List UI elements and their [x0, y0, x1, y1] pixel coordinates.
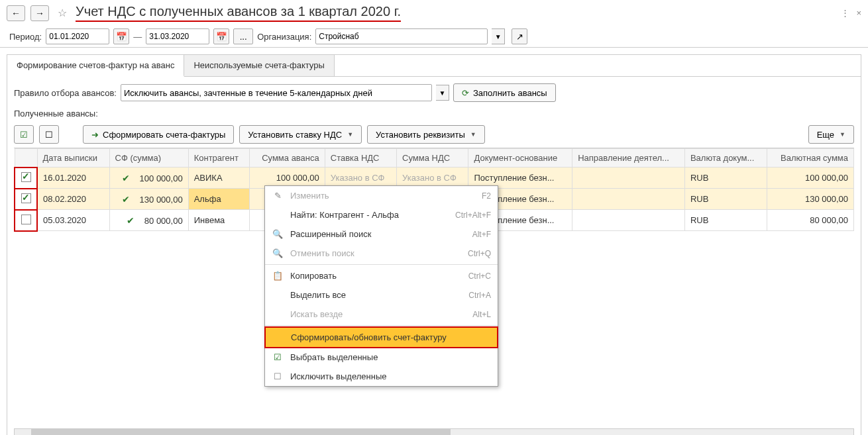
- date-to-input[interactable]: [146, 28, 209, 44]
- arrow-right-icon: ➜: [91, 130, 99, 140]
- dropdown-icon[interactable]: ▼: [492, 28, 505, 44]
- open-org-button[interactable]: ↗: [512, 28, 527, 44]
- more-button[interactable]: Еще▼: [808, 125, 854, 144]
- rules-select[interactable]: [121, 84, 432, 101]
- col-advance[interactable]: Сумма аванса: [250, 149, 325, 168]
- cell-date: 16.01.2020: [37, 168, 109, 189]
- uncheck-icon: ☐: [272, 371, 284, 381]
- more-icon[interactable]: ⋮: [841, 8, 849, 18]
- favorite-icon[interactable]: ☆: [54, 5, 70, 21]
- calendar-icon[interactable]: 📅: [113, 28, 129, 44]
- cell-date: 05.03.2020: [37, 210, 109, 231]
- cell-currency: RUB: [684, 210, 767, 231]
- period-picker-button[interactable]: ...: [233, 28, 253, 44]
- cell-direction: [572, 210, 685, 231]
- fill-advances-button[interactable]: ⟳Заполнить авансы: [453, 83, 556, 102]
- menu-select-highlighted[interactable]: ☑Выбрать выделенные: [265, 348, 498, 367]
- nav-forward-button[interactable]: →: [30, 5, 49, 21]
- cell-sf-sum: ✔ 130 000,00: [109, 189, 188, 210]
- pencil-icon: ✎: [272, 191, 284, 201]
- menu-form-update-invoice[interactable]: Сформировать/обновить счет-фактуру: [264, 326, 498, 348]
- copy-icon: 📋: [272, 271, 284, 281]
- col-curr-sum[interactable]: Валютная сумма: [767, 149, 854, 168]
- check-icon: ☑: [272, 352, 284, 362]
- organization-input[interactable]: [315, 28, 488, 44]
- col-direction[interactable]: Направление деятел...: [572, 149, 685, 168]
- cancel-search-icon: 🔍: [272, 248, 284, 258]
- form-invoices-button[interactable]: ➜Сформировать счета-фактуры: [83, 125, 234, 144]
- close-icon[interactable]: ×: [856, 8, 861, 18]
- cell-counterparty: Альфа: [188, 189, 249, 210]
- cell-currency: RUB: [684, 168, 767, 189]
- calendar-icon[interactable]: 📅: [213, 28, 229, 44]
- refresh-icon: ⟳: [462, 88, 469, 98]
- set-vat-rate-button[interactable]: Установить ставку НДС▼: [239, 125, 362, 144]
- row-checkbox[interactable]: [15, 189, 37, 210]
- cell-counterparty: АВИКА: [188, 168, 249, 189]
- date-separator: —: [133, 32, 142, 42]
- cell-curr-sum: 80 000,00: [767, 210, 854, 231]
- received-label: Полученные авансы:: [7, 106, 861, 121]
- rules-label: Правило отбора авансов:: [14, 88, 117, 98]
- col-sf-sum[interactable]: СФ (сумма): [109, 149, 188, 168]
- context-menu: ✎ИзменитьF2 Найти: Контрагент - АльфаCtr…: [264, 185, 498, 387]
- cell-counterparty: Инвема: [188, 210, 249, 231]
- cell-curr-sum: 130 000,00: [767, 189, 854, 210]
- deselect-all-button[interactable]: ☐: [39, 125, 59, 144]
- col-counterparty[interactable]: Контрагент: [188, 149, 249, 168]
- cell-sf-sum: ✔ 80 000,00: [109, 210, 188, 231]
- page-title: Учет НДС с полученных авансов за 1 кварт…: [76, 4, 401, 22]
- horizontal-scrollbar[interactable]: [14, 428, 854, 435]
- date-from-input[interactable]: [46, 28, 109, 44]
- row-checkbox[interactable]: [15, 168, 37, 189]
- search-icon: 🔍: [272, 229, 284, 239]
- col-doc[interactable]: Документ-основание: [468, 149, 572, 168]
- org-label: Организация:: [257, 32, 311, 42]
- tab-unused-invoices[interactable]: Неиспользуемые счета-фактуры: [184, 55, 334, 76]
- cell-curr-sum: 100 000,00: [767, 168, 854, 189]
- menu-find[interactable]: Найти: Контрагент - АльфаCtrl+Alt+F: [265, 205, 498, 224]
- menu-advanced-search[interactable]: 🔍Расширенный поискAlt+F: [265, 224, 498, 244]
- cell-date: 08.02.2020: [37, 189, 109, 210]
- menu-exclude-highlighted[interactable]: ☐Исключить выделенные: [265, 367, 498, 386]
- menu-edit: ✎ИзменитьF2: [265, 186, 498, 205]
- period-label: Период:: [9, 32, 42, 42]
- menu-copy[interactable]: 📋КопироватьCtrl+C: [265, 266, 498, 285]
- menu-select-all[interactable]: Выделить всеCtrl+A: [265, 285, 498, 305]
- set-requisites-button[interactable]: Установить реквизиты▼: [367, 125, 485, 144]
- col-date[interactable]: Дата выписки: [37, 149, 109, 168]
- menu-cancel-search: 🔍Отменить поискCtrl+Q: [265, 244, 498, 263]
- nav-back-button[interactable]: ←: [7, 5, 25, 21]
- cell-direction: [572, 168, 685, 189]
- col-vat-sum[interactable]: Сумма НДС: [397, 149, 468, 168]
- col-currency[interactable]: Валюта докум...: [684, 149, 767, 168]
- cell-direction: [572, 189, 685, 210]
- col-vat-rate[interactable]: Ставка НДС: [325, 149, 396, 168]
- cell-sf-sum: ✔ 100 000,00: [109, 168, 188, 189]
- menu-search-everywhere: Искать вездеAlt+L: [265, 305, 498, 324]
- checkbox-column: [15, 149, 37, 168]
- cell-currency: RUB: [684, 189, 767, 210]
- dropdown-icon[interactable]: ▼: [436, 85, 449, 101]
- tab-form-invoices[interactable]: Формирование счетов-фактур на аванс: [7, 55, 184, 77]
- row-checkbox[interactable]: [15, 210, 37, 231]
- select-all-button[interactable]: ☑: [14, 125, 34, 144]
